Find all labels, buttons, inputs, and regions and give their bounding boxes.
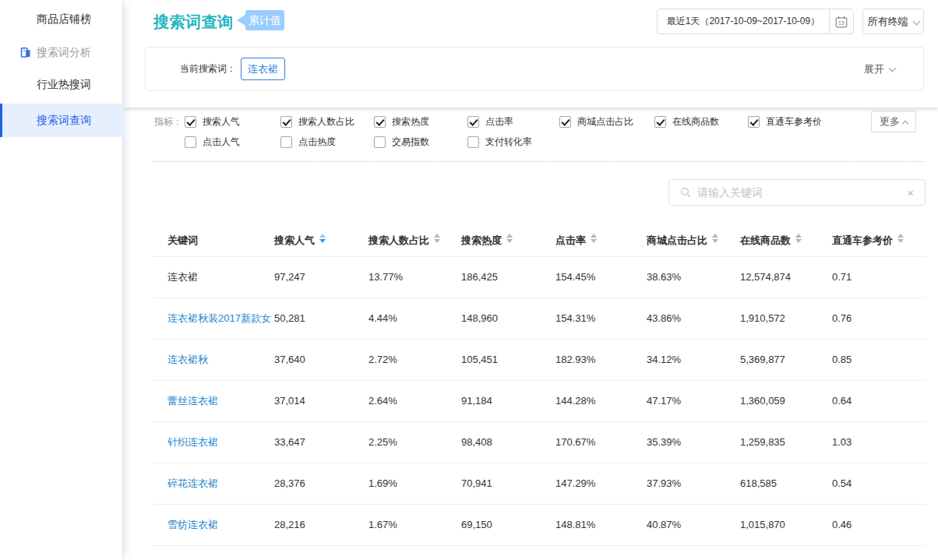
col-header-ztc-ref-price[interactable]: 直通车参考价 xyxy=(832,224,904,257)
sidebar-item-search-word-analysis[interactable]: 搜索词分析 xyxy=(0,35,123,69)
value-cell: 70,941 xyxy=(461,463,492,504)
table-row: 雪纺连衣裙 28,216 1.67% 69,150 148.81% 40.87%… xyxy=(153,505,926,546)
value-cell: 35.39% xyxy=(647,422,681,463)
col-header-mall-click-ratio[interactable]: 商城点击占比 xyxy=(647,224,718,257)
table-row: 连衣裙秋 37,640 2.72% 105,451 182.93% 34.12%… xyxy=(153,340,926,381)
current-search-term-panel: 当前搜索词： 连衣裙 展开 xyxy=(145,47,924,91)
more-button[interactable]: 更多 xyxy=(871,111,916,132)
indicator-checkbox[interactable] xyxy=(467,136,479,148)
indicator-pay-conversion[interactable]: 支付转化率 xyxy=(467,136,532,148)
value-cell: 98,408 xyxy=(461,422,492,463)
indicator-checkbox[interactable] xyxy=(467,116,479,128)
chevron-down-icon xyxy=(912,18,920,26)
cumulative-badge: 累计值 xyxy=(237,10,284,30)
indicator-search-popularity[interactable]: 搜索人气 xyxy=(185,115,240,128)
keyword-link[interactable]: 针织连衣裙 xyxy=(168,422,218,463)
keywords-table: 关键词 搜索人气 搜索人数占比 搜索热度 点击率 商城点击占比 在线商品数 直通… xyxy=(153,224,926,546)
more-label: 更多 xyxy=(880,115,900,127)
col-header-search-popularity[interactable]: 搜索人气 xyxy=(274,224,326,257)
sidebar-item-industry-hot-words[interactable]: 行业热搜词 xyxy=(0,67,123,101)
value-cell: 0.46 xyxy=(832,505,852,545)
sort-icon[interactable] xyxy=(897,234,904,243)
terminal-select[interactable]: 所有终端 xyxy=(862,9,924,34)
indicator-checkbox[interactable] xyxy=(280,136,292,148)
table-row: 蕾丝连衣裙 37,014 2.64% 91,184 144.28% 47.17%… xyxy=(153,381,926,422)
value-cell: 12,574,874 xyxy=(740,257,791,298)
expand-toggle[interactable]: 展开 xyxy=(864,48,895,90)
sidebar-item-product-shop-rank[interactable]: 商品店铺榜 xyxy=(0,2,123,36)
col-header-online-products[interactable]: 在线商品数 xyxy=(740,224,802,257)
sort-icon[interactable] xyxy=(506,234,513,243)
sidebar-item-search-word-query[interactable]: 搜索词查询 xyxy=(0,104,123,137)
keyword-search-box: × xyxy=(668,179,926,206)
sidebar-item-label: 商品店铺榜 xyxy=(37,12,91,25)
value-cell: 1.03 xyxy=(832,422,852,463)
sort-icon[interactable] xyxy=(795,234,802,243)
indicator-ztc-ref-price[interactable]: 直通车参考价 xyxy=(748,115,822,128)
value-cell: 0.54 xyxy=(832,463,852,504)
table-row: 连衣裙 97,247 13.77% 186,425 154.45% 38.63%… xyxy=(153,257,926,298)
indicator-checkbox[interactable] xyxy=(280,116,292,128)
indicator-checkbox[interactable] xyxy=(748,116,760,128)
table-header-row: 关键词 搜索人气 搜索人数占比 搜索热度 点击率 商城点击占比 在线商品数 直通… xyxy=(153,224,926,257)
value-cell: 28,376 xyxy=(274,463,305,504)
indicator-click-rate[interactable]: 点击率 xyxy=(467,115,513,128)
keyword-link[interactable]: 碎花连衣裙 xyxy=(168,463,218,504)
current-term-label: 当前搜索词： xyxy=(180,48,236,90)
indicator-checkbox[interactable] xyxy=(374,116,386,128)
value-cell: 1,259,835 xyxy=(740,422,785,463)
indicator-mall-click-ratio[interactable]: 商城点击占比 xyxy=(559,115,633,128)
indicator-checkbox[interactable] xyxy=(185,116,196,128)
sort-icon[interactable] xyxy=(434,234,440,243)
value-cell: 2.25% xyxy=(368,422,397,463)
value-cell: 5,369,877 xyxy=(740,340,785,380)
col-header-click-rate[interactable]: 点击率 xyxy=(555,224,597,257)
col-header-search-people-ratio[interactable]: 搜索人数占比 xyxy=(368,224,440,257)
date-range-picker[interactable]: 最近1天（2017-10-09~2017-10-09） xyxy=(657,9,830,34)
current-term-chip[interactable]: 连衣裙 xyxy=(241,58,285,80)
value-cell: 1,015,870 xyxy=(740,505,785,545)
indicator-online-products[interactable]: 在线商品数 xyxy=(654,115,719,128)
indicator-label: 商城点击占比 xyxy=(577,115,633,129)
value-cell: 154.31% xyxy=(555,298,595,339)
indicator-search-people-ratio[interactable]: 搜索人数占比 xyxy=(280,115,354,128)
value-cell: 0.64 xyxy=(832,381,852,421)
indicator-label: 交易指数 xyxy=(392,136,429,149)
indicator-checkbox[interactable] xyxy=(654,116,666,128)
calendar-button[interactable]: 15 xyxy=(829,9,854,34)
indicator-label: 点击热度 xyxy=(298,136,336,149)
indicator-checkbox[interactable] xyxy=(185,136,196,148)
clear-icon[interactable]: × xyxy=(907,187,914,199)
col-header-keyword[interactable]: 关键词 xyxy=(168,224,198,257)
indicator-label: 在线商品数 xyxy=(672,115,719,129)
table-row: 针织连衣裙 33,647 2.25% 98,408 170.67% 35.39%… xyxy=(153,422,926,463)
value-cell: 47.17% xyxy=(647,381,681,421)
value-cell: 37,014 xyxy=(274,381,305,421)
indicator-click-heat[interactable]: 点击热度 xyxy=(280,136,336,148)
sort-icon[interactable] xyxy=(712,234,718,243)
page-title: 搜索词查询 xyxy=(153,12,234,33)
dotted-divider xyxy=(153,161,926,162)
sidebar: 商品店铺榜 搜索词分析 行业热搜词 搜索词查询 xyxy=(0,0,123,560)
chevron-down-icon xyxy=(889,65,897,72)
indicator-checkbox[interactable] xyxy=(559,116,571,128)
indicator-trade-index[interactable]: 交易指数 xyxy=(374,136,429,148)
value-cell: 2.72% xyxy=(368,340,397,380)
indicator-search-heat[interactable]: 搜索热度 xyxy=(374,115,429,128)
report-icon xyxy=(20,47,31,58)
value-cell: 33,647 xyxy=(274,422,305,463)
indicator-label: 搜索热度 xyxy=(392,115,429,129)
terminal-label: 所有终端 xyxy=(868,15,908,29)
col-header-search-heat[interactable]: 搜索热度 xyxy=(461,224,513,257)
keyword-link[interactable]: 雪纺连衣裙 xyxy=(168,505,218,545)
indicator-checkbox[interactable] xyxy=(374,136,386,148)
keyword-link[interactable]: 连衣裙秋装2017新款女 xyxy=(168,298,271,339)
keyword-link[interactable]: 连衣裙秋 xyxy=(168,340,208,380)
sort-icon[interactable] xyxy=(319,234,326,243)
value-cell: 37.93% xyxy=(647,463,681,504)
value-cell: 147.29% xyxy=(555,463,595,504)
sort-icon[interactable] xyxy=(591,234,597,243)
keyword-link[interactable]: 蕾丝连衣裙 xyxy=(168,381,218,421)
keyword-search-input[interactable] xyxy=(697,186,907,199)
indicator-click-popularity[interactable]: 点击人气 xyxy=(185,136,240,148)
